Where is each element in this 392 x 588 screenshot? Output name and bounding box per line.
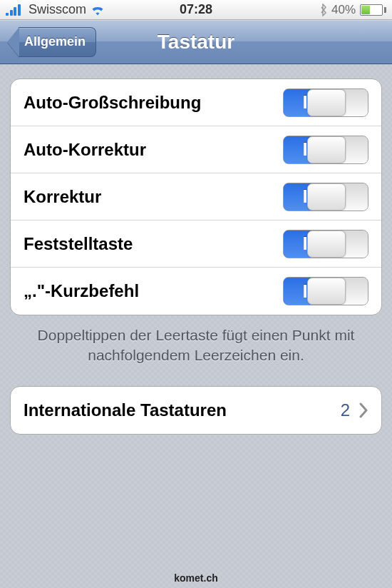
row-label: „."-Kurzbefehl	[24, 281, 139, 301]
row-label: Internationale Tastaturen	[24, 400, 227, 420]
status-right: 40%	[212, 3, 386, 17]
battery-icon	[360, 4, 386, 16]
back-button-label: Allgemein	[19, 27, 96, 57]
row-label: Korrektur	[24, 187, 101, 207]
settings-group: Auto-Großschreibung I Auto-Korrektur I K…	[10, 78, 382, 315]
row-check-spelling: Korrektur I	[11, 173, 381, 220]
status-left: Swisscom	[6, 2, 180, 17]
chevron-left-icon	[7, 27, 19, 57]
clock-label: 07:28	[180, 2, 212, 17]
toggle-caps-lock[interactable]: I	[283, 230, 368, 258]
chevron-right-icon	[359, 402, 368, 418]
footer-note: Doppeltippen der Leertaste fügt einen Pu…	[24, 325, 368, 366]
row-label: Auto-Korrektur	[24, 140, 146, 160]
battery-percent-label: 40%	[331, 3, 356, 17]
row-period-shortcut: „."-Kurzbefehl I	[11, 268, 381, 315]
toggle-auto-capitalize[interactable]: I	[283, 88, 368, 117]
row-auto-correct: Auto-Korrektur I	[11, 126, 381, 173]
back-button[interactable]: Allgemein	[7, 27, 96, 57]
row-international-keyboards[interactable]: Internationale Tastaturen 2	[11, 387, 381, 434]
row-auto-capitalize: Auto-Großschreibung I	[11, 79, 381, 126]
page-title: Tastatur	[158, 31, 234, 54]
toggle-auto-correct[interactable]: I	[283, 136, 368, 164]
watermark-label: komet.ch	[0, 572, 392, 584]
row-label: Auto-Großschreibung	[24, 93, 201, 113]
toggle-check-spelling[interactable]: I	[283, 183, 368, 211]
international-group: Internationale Tastaturen 2	[10, 386, 382, 435]
bluetooth-icon	[320, 4, 327, 16]
row-caps-lock: Feststelltaste I	[11, 220, 381, 268]
row-value: 2	[341, 400, 350, 420]
status-bar: Swisscom 07:28 40%	[0, 0, 392, 20]
row-label: Feststelltaste	[24, 234, 133, 254]
signal-bars-icon	[6, 4, 24, 16]
content-area: Auto-Großschreibung I Auto-Korrektur I K…	[0, 64, 392, 588]
carrier-label: Swisscom	[29, 2, 86, 17]
toggle-period-shortcut[interactable]: I	[283, 277, 368, 305]
wifi-icon	[91, 4, 105, 16]
nav-bar: Allgemein Tastatur	[0, 20, 392, 64]
